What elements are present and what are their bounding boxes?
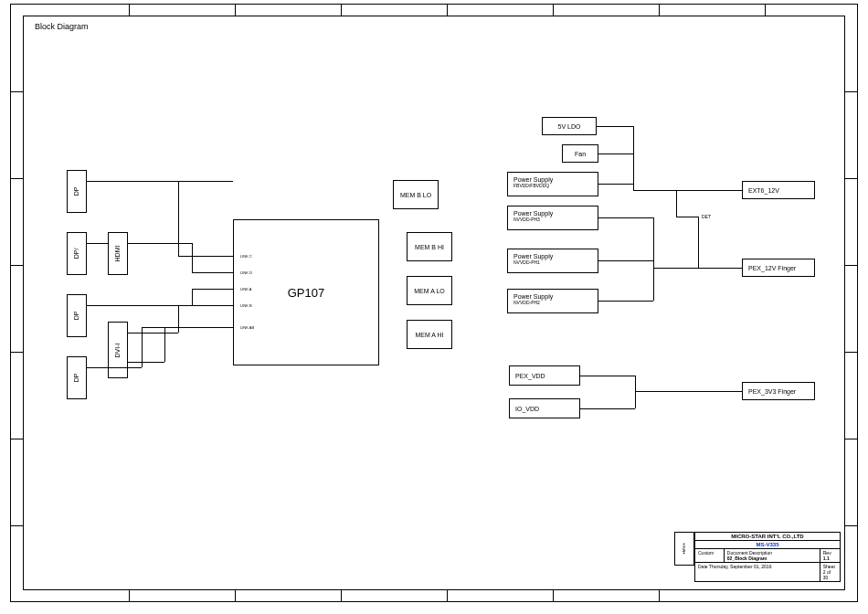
ps-fbvdd: Power Supply FBVDD/FBVDDQ — [507, 172, 598, 196]
frame-tick — [845, 352, 858, 353]
wire — [178, 256, 233, 257]
frame-tick — [10, 525, 23, 526]
ps-nvvdd-ph3: Power Supply NVVDD-PH3 — [507, 206, 598, 230]
link-a-label: LINK A — [240, 287, 251, 291]
frame-tick — [553, 590, 554, 602]
mem-a-lo: MEM A LO — [407, 276, 452, 305]
frame-tick — [845, 525, 858, 526]
wire — [598, 260, 653, 261]
frame-tick — [553, 4, 554, 16]
wire — [653, 217, 654, 301]
mem-b-hi: MEM B HI — [407, 232, 452, 261]
wire — [653, 268, 742, 269]
frame-tick — [845, 265, 858, 266]
frame-tick — [235, 4, 236, 16]
frame-tick — [129, 590, 130, 602]
link-ab-label: LINK AB — [240, 325, 254, 330]
wire — [87, 305, 192, 306]
wire — [598, 154, 633, 154]
ldo-block: 5V LDO — [542, 117, 597, 135]
wire — [598, 217, 653, 218]
frame-tick — [845, 91, 858, 92]
frame-tick — [10, 352, 23, 353]
frame-tick — [845, 178, 858, 179]
wire — [580, 376, 635, 376]
logo-cell: ✦MSI✦ — [674, 532, 694, 566]
dp-connector-2: DP — [67, 294, 87, 337]
wire — [635, 376, 636, 408]
wire — [598, 184, 633, 185]
frame-tick — [129, 4, 130, 16]
link-d-label: LINK D — [240, 270, 252, 275]
wire — [598, 301, 653, 302]
det-label: DET — [702, 214, 711, 219]
wire — [87, 181, 233, 182]
wire — [178, 305, 233, 306]
wire — [192, 272, 233, 273]
frame-tick — [10, 178, 23, 179]
wire — [87, 243, 108, 244]
dp-hdmi-connector: DP/ — [67, 232, 87, 275]
wire — [192, 243, 193, 272]
wire — [633, 190, 742, 191]
pex-12v-finger: PEX_12V Finger — [742, 259, 815, 277]
wire — [635, 391, 742, 392]
wire — [580, 408, 635, 409]
wire — [142, 327, 233, 328]
io-vdd: IO_VDD — [509, 398, 580, 418]
wire — [676, 217, 698, 217]
frame-tick — [765, 4, 766, 16]
wire — [192, 289, 233, 290]
dvi-connector: DVI-I — [108, 322, 128, 378]
pex-3v3-finger: PEX_3V3 Finger — [742, 382, 815, 400]
dp-connector-1: DP — [67, 170, 87, 213]
fan-block: Fan — [562, 144, 598, 163]
wire — [597, 126, 633, 127]
frame-tick — [845, 439, 858, 439]
frame-tick — [341, 4, 342, 16]
wire — [128, 243, 192, 244]
logo-icon: ✦MSI✦ — [683, 543, 687, 555]
frame-tick — [10, 265, 23, 266]
frame-tick — [659, 590, 660, 602]
dp-connector-3: DP — [67, 356, 87, 399]
wire — [178, 305, 179, 333]
page-title: Block Diagram — [35, 22, 89, 31]
frame-tick — [447, 4, 448, 16]
wire — [633, 126, 634, 190]
ps-nvvdd-ph1: Power Supply NVVDD-PH1 — [507, 249, 598, 273]
wire — [87, 367, 142, 368]
frame-tick — [659, 4, 660, 16]
wire — [698, 217, 699, 268]
link-c-label: LINK C — [240, 254, 252, 259]
gpu-block: GP107 — [233, 219, 379, 365]
link-b-label: LINK B — [240, 303, 252, 308]
wire — [192, 289, 193, 305]
frame-tick — [10, 439, 23, 439]
schematic-page: Block Diagram DP DP/ HDMI DP DVI-I DP GP… — [0, 0, 868, 614]
wire — [128, 333, 178, 333]
ps-nvvdd-ph2: Power Supply NVVDD-PH2 — [507, 289, 598, 313]
frame-tick — [341, 590, 342, 602]
title-block: MICRO-STAR INT'L CO.,LTD MS-V335 Custom … — [694, 532, 841, 582]
mem-a-hi: MEM A HI — [407, 320, 452, 349]
frame-tick — [10, 91, 23, 92]
ext6-12v: EXT6_12V — [742, 181, 815, 199]
wire — [676, 190, 677, 217]
wire — [128, 362, 164, 363]
frame-tick — [235, 590, 236, 602]
mem-b-lo: MEM B LO — [393, 180, 439, 209]
wire — [164, 327, 165, 362]
wire — [178, 181, 179, 256]
pex-vdd: PEX_VDD — [509, 365, 580, 386]
hdmi-connector: HDMI — [108, 232, 128, 275]
frame-tick — [447, 590, 448, 602]
